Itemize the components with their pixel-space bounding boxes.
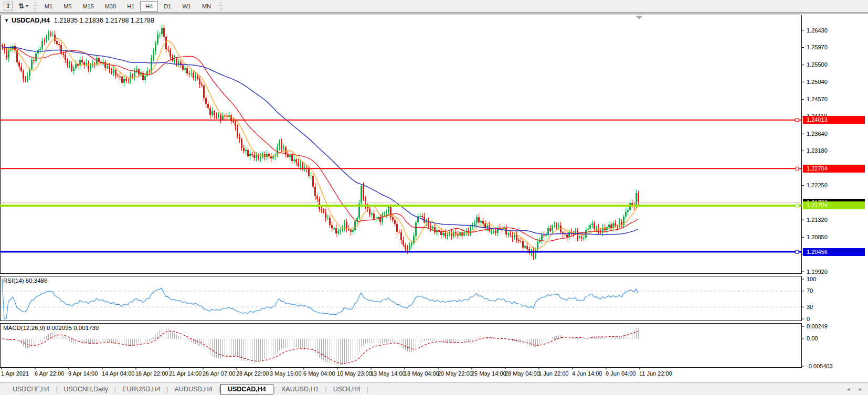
timeframe-button-d1[interactable]: D1 [158,1,176,12]
date-axis-label: 28 Apr 22:00 [236,370,269,377]
price-axis-tick: 1.24570 [807,96,828,103]
date-axis-label: 11 Jun 22:00 [639,370,672,377]
price-axis-tick: 1.20850 [807,234,828,241]
macd-histogram [2,326,638,366]
date-axis-label: 21 Apr 14:00 [169,370,202,377]
chart-tab-eurusd-h4[interactable]: EURUSD,H4 [116,384,166,394]
price-axis-tick: 1.26430 [807,27,828,34]
hline-price-label: 1.21704 [803,201,865,209]
hline-price-label: 1.20456 [803,248,865,256]
price-axis-tick: 1.23640 [807,131,828,137]
date-axis-label: 18 May 04:00 [404,370,439,377]
dropdown-caret-icon: ▼ [25,4,29,8]
ma-21 [2,47,638,241]
date-axis-label: 16 Apr 22:00 [135,370,168,377]
toolbar-grip [219,2,223,10]
price-axis-tick: 1.25040 [807,79,828,86]
date-axis-label: 25 May 14:00 [471,370,506,377]
date-axis-label: 10 May 23:00 [337,370,372,377]
sort-arrows-icon: ⇅ [18,2,24,10]
date-axis-label: 9 Apr 14:00 [68,370,98,377]
rsi-axis-tick: 0 [807,316,810,323]
ma-8 [2,38,638,249]
timeframe-button-w1[interactable]: W1 [177,1,196,12]
date-axis-label: 28 May 04:00 [505,370,540,377]
price-axis-tick: 1.21320 [807,217,828,223]
arrange-symbols-button[interactable]: ⇅ ▼ [16,1,31,12]
text-tool-button[interactable]: T [2,1,15,12]
timeframe-button-m15[interactable]: M15 [77,1,99,12]
date-axis-label: 26 Apr 07:00 [203,370,235,377]
timeframe-button-h1[interactable]: H1 [122,1,140,12]
hline-price-label: 1.24013 [803,116,865,124]
price-axis-tick: 1.25970 [807,44,828,51]
chart-window[interactable] [0,13,868,382]
date-axis-label: 13 May 14:00 [371,370,406,377]
toolbar-grip [34,2,37,10]
hline-1.21704 [0,204,802,207]
hline-price-label: 1.22704 [803,165,865,173]
date-axis-label: 20 May 22:00 [438,370,473,377]
toolbar: T ⇅ ▼ M1M5M15M30H1H4D1W1MN [0,0,868,13]
chart-shift-marker-icon [636,16,643,19]
tab-separator: | [367,386,368,393]
hline-1.22704 [0,167,802,170]
chart-tab-usdchf-h4[interactable]: USDCHF,H4 [6,384,56,394]
chart-tab-xauusd-h1[interactable]: XAUUSD,H1 [275,384,325,394]
date-axis-label: 3 May 15:00 [270,370,302,377]
macd-axis-tick: -0.005403 [807,363,833,370]
timeframe-button-m5[interactable]: M5 [58,1,77,12]
chart-tab-usoil-h4[interactable]: USOil,H4 [327,384,367,394]
macd-signal-line [2,331,638,364]
rsi-axis-tick: 30 [807,304,813,311]
tab-scroll-right-icon[interactable]: ► [858,387,863,392]
date-axis-label: 6 May 04:00 [303,370,335,377]
rsi-axis-tick: 70 [807,287,813,294]
timeframe-button-mn[interactable]: MN [197,1,216,12]
price-axis-tick: 1.25500 [807,61,828,68]
rsi-indicator-label: RSI(14) 60.3486 [3,277,47,284]
date-axis-label: 6 Apr 22:00 [35,370,64,377]
date-axis-label: 9 Jun 04:00 [606,370,636,377]
chart-tab-audusd-h4[interactable]: AUDUSD,H4 [168,384,219,394]
timeframe-button-m30[interactable]: M30 [100,1,121,12]
hline-1.24013 [0,119,802,122]
rsi-axis-tick: 100 [807,276,816,283]
date-axis-label: 1 Apr 2021 [1,370,29,377]
chart-symbol-period: USDCAD,H4 [12,17,50,24]
chart-tab-usdcnh-daily[interactable]: USDCNH,Daily [57,384,114,394]
chart-ohlc-quotes: 1.21835 1.21836 1.21788 1.21788 [54,17,154,24]
chart-canvas [0,0,868,395]
chart-tab-usdcad-h4[interactable]: USDCAD,H4 [220,384,273,394]
price-axis-tick: 1.19920 [807,269,828,275]
date-axis-label: 1 Jun 22:00 [538,370,569,377]
rsi-line [2,279,638,319]
timeframe-button-h4[interactable]: H4 [140,1,158,12]
tab-scroll-left-icon[interactable]: ◄ [846,387,851,392]
chart-title: ▼USDCAD,H41.21835 1.21836 1.21788 1.2178… [4,17,154,24]
macd-axis-tick: 0.00 [807,335,818,342]
chart-tab-bar: USDCHF,H4|USDCNH,Daily|EURUSD,H4|AUDUSD,… [0,382,868,395]
symbol-dropdown-icon[interactable]: ▼ [4,18,9,23]
timeframe-button-m1[interactable]: M1 [39,1,58,12]
hline-1.20456 [0,250,802,253]
mt4-window: T ⇅ ▼ M1M5M15M30H1H4D1W1MN ▼USDCAD,H41.2… [0,0,868,395]
price-axis-tick: 1.23180 [807,147,828,154]
price-axis-tick: 1.22250 [807,182,828,189]
macd-axis-tick: 0.00249 [807,323,828,330]
candles [2,25,638,260]
timeframe-toolbar: M1M5M15M30H1H4D1W1MN [39,1,217,12]
text-tool-icon: T [4,2,13,10]
date-axis-label: 4 Jun 14:00 [572,370,602,377]
date-axis-label: 14 Apr 04:00 [102,370,134,377]
macd-indicator-label: MACD(12,26,9) 0.002095 0.001739 [3,325,99,331]
